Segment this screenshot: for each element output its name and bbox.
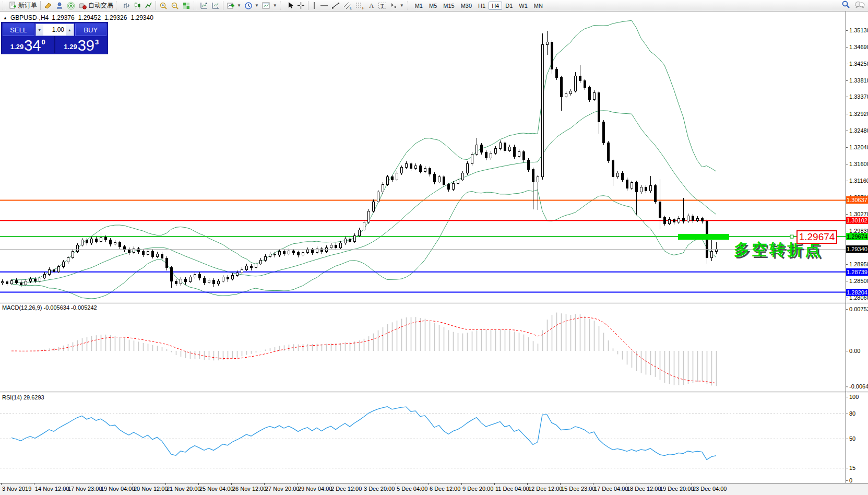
tile-windows-button[interactable] — [181, 1, 192, 11]
buy-price-small: 1.29 — [64, 43, 77, 51]
price-axis-label: 1.31160 — [849, 178, 868, 184]
candle-body — [344, 239, 347, 243]
market-watch-button[interactable] — [54, 1, 65, 11]
candle-body — [467, 164, 469, 173]
equidistant-channel-button[interactable]: E — [341, 1, 354, 11]
toolbar-grip[interactable] — [116, 2, 120, 9]
crosshair-button[interactable] — [295, 1, 306, 11]
timeframe-button-M5[interactable]: M5 — [426, 2, 440, 10]
cursor-button[interactable] — [285, 1, 295, 11]
autotrading-button[interactable]: 自动交易 — [77, 1, 115, 11]
svg-text:T: T — [381, 3, 384, 9]
collapse-triangle-icon[interactable]: ▲ — [3, 16, 7, 20]
price-axis-label: 1.35130 — [849, 27, 868, 33]
timeframe-button-H4[interactable]: H4 — [489, 2, 502, 10]
metaquotes-button[interactable] — [42, 1, 54, 11]
zoom-in-button[interactable] — [158, 1, 169, 11]
candle-body — [208, 280, 210, 282]
candle-body — [20, 282, 22, 285]
price-axis-label: 1.34250 — [849, 61, 868, 67]
candle-body — [645, 187, 647, 191]
new-order-button[interactable]: 新订单 — [7, 1, 39, 11]
timeframe-button-M15[interactable]: M15 — [440, 2, 457, 10]
sell-price[interactable]: 1.29 34 0 — [2, 36, 55, 53]
volume-input[interactable] — [43, 24, 66, 36]
periods-button[interactable]: ▼ — [243, 1, 260, 11]
candle-body — [391, 177, 394, 180]
arrows-icon — [390, 2, 398, 9]
timeframe-button-H1[interactable]: H1 — [475, 2, 489, 10]
svg-text:A: A — [369, 2, 374, 9]
toolbar-grip[interactable] — [194, 2, 197, 9]
toolbar-grip[interactable] — [407, 2, 410, 9]
chat-icon[interactable] — [854, 1, 865, 11]
candle-body — [44, 274, 46, 278]
line-chart-button[interactable] — [143, 1, 154, 11]
data-window-button[interactable] — [65, 1, 77, 11]
sell-button[interactable]: SELL — [3, 23, 34, 36]
chart-shift-icon — [200, 2, 208, 10]
candle-body — [354, 235, 356, 241]
trendline-button[interactable] — [330, 1, 341, 11]
timeframe-button-MN[interactable]: MN — [531, 2, 546, 10]
price-axis-label: 1.34690 — [849, 44, 868, 50]
candle-chart-button[interactable] — [132, 1, 143, 11]
fibonacci-button[interactable]: F — [354, 1, 366, 11]
candle-body — [471, 155, 473, 164]
candle-body — [373, 202, 375, 211]
horizontal-line-icon — [320, 2, 328, 9]
candle-body — [53, 269, 55, 272]
bar-chart-button[interactable] — [121, 1, 132, 11]
buy-button[interactable]: BUY — [75, 23, 107, 36]
candle-body — [199, 274, 201, 278]
zoom-out-button[interactable] — [169, 1, 181, 11]
ohlc-low: 1.29326 — [104, 14, 127, 21]
candle-body — [175, 281, 177, 284]
candle-body — [218, 281, 220, 284]
time-axis-label: 21 Nov 20:00 — [167, 486, 200, 492]
search-icon[interactable] — [841, 0, 850, 11]
indicators-button[interactable]: ▼ — [225, 1, 243, 11]
candle-body — [636, 183, 638, 192]
candle-body — [514, 147, 516, 156]
vertical-line-button[interactable] — [310, 1, 318, 11]
highlight-rectangle[interactable] — [678, 234, 729, 240]
candle-body — [561, 78, 563, 97]
text-button[interactable]: A — [366, 1, 376, 11]
rsi-label: RSI(14) 29.6293 — [2, 394, 44, 400]
market-watch-icon — [55, 2, 64, 10]
candle-body — [570, 91, 572, 94]
text-label-button[interactable]: T — [376, 1, 388, 11]
arrows-button[interactable]: ▼ — [388, 1, 406, 11]
tile-windows-icon — [182, 2, 191, 10]
buy-price[interactable]: 1.29 39 3 — [55, 36, 108, 53]
candle-body — [147, 252, 149, 255]
time-axis-label: 19 Dec 20:00 — [660, 486, 694, 492]
toolbar-grip[interactable] — [280, 2, 283, 9]
candle-body — [551, 42, 553, 69]
time-axis-label: 3 Nov 2019 — [2, 486, 31, 492]
timeframe-button-M1[interactable]: M1 — [412, 2, 426, 10]
bollinger-upper-band — [11, 20, 716, 280]
line-handle[interactable] — [790, 235, 793, 238]
horizontal-line-button[interactable] — [318, 1, 330, 11]
templates-button[interactable]: ▼ — [260, 1, 279, 11]
time-axis-label: 25 Nov 04:00 — [199, 486, 233, 492]
time-axis-label: 2 Dec 12:00 — [331, 486, 362, 492]
toolbar-grip[interactable] — [3, 2, 6, 9]
volume-increase-button[interactable]: ▲ — [66, 24, 74, 36]
toolbar-separator — [223, 1, 223, 10]
candle-body — [476, 145, 478, 154]
price-callout-label[interactable]: 1.29674 — [796, 230, 837, 244]
auto-scroll-button[interactable] — [210, 1, 221, 11]
volume-decrease-button[interactable]: ▼ — [36, 24, 44, 36]
macd-axis-label: 0.00 — [849, 348, 860, 354]
chart-shift-button[interactable] — [198, 1, 210, 11]
candle-body — [377, 192, 379, 202]
template-icon — [262, 2, 271, 10]
timeframe-button-D1[interactable]: D1 — [502, 2, 516, 10]
candle-body — [255, 264, 257, 268]
timeframe-button-M30[interactable]: M30 — [458, 2, 475, 10]
timeframe-button-W1[interactable]: W1 — [516, 2, 531, 10]
candle-body — [575, 76, 577, 91]
